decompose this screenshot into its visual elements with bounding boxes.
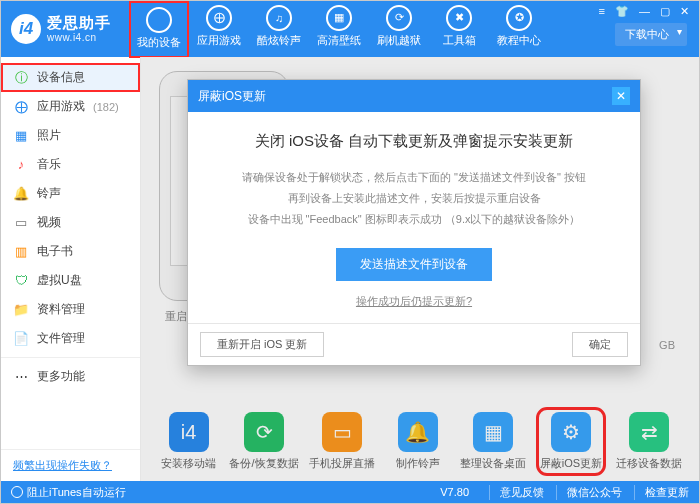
ok-button[interactable]: 确定 [572, 332, 628, 357]
dialog-desc-line3: 设备中出现 "Feedback" 图标即表示成功 （9.x以下的越狱设备除外） [216, 209, 612, 230]
nav-tab-wallpapers[interactable]: ▦高清壁纸 [309, 1, 369, 58]
nav-tab-app-games[interactable]: ⨁应用游戏 [189, 1, 249, 58]
sidebar-item-label: 音乐 [37, 156, 61, 173]
reopen-ios-update-button[interactable]: 重新开启 iOS 更新 [200, 332, 324, 357]
nav-tab-jailbreak[interactable]: ⟳刷机越狱 [369, 1, 429, 58]
sidebar-item-label: 资料管理 [37, 301, 85, 318]
app-window: i4 爱思助手 www.i4.cn 我的设备⨁应用游戏♫酷炫铃声▦高清壁纸⟳刷机… [0, 0, 700, 504]
sidebar-item-videos[interactable]: ▭视频 [1, 208, 140, 237]
download-center-button[interactable]: 下载中心 [615, 23, 687, 46]
sidebar-item-label: 铃声 [37, 185, 61, 202]
sidebar-faq-link[interactable]: 频繁出现操作失败？ [1, 449, 140, 481]
sidebar-item-photos[interactable]: ▦照片 [1, 121, 140, 150]
jailbreak-icon: ⟳ [386, 5, 412, 31]
nav-tab-tutorial[interactable]: ✪教程中心 [489, 1, 549, 58]
sidebar-item-label: 照片 [37, 127, 61, 144]
skin-icon[interactable]: 👕 [615, 5, 629, 18]
ebooks-icon: ▥ [13, 244, 29, 260]
status-check-update[interactable]: 检查更新 [634, 485, 689, 500]
sidebar-item-label: 更多功能 [37, 368, 85, 385]
send-profile-button[interactable]: 发送描述文件到设备 [336, 248, 492, 281]
status-itunes-block[interactable]: 阻止iTunes自动运行 [27, 486, 126, 498]
nav-tab-ringtones[interactable]: ♫酷炫铃声 [249, 1, 309, 58]
data-manage-icon: 📁 [13, 302, 29, 318]
dialog-desc-line1: 请确保设备处于解锁状态，然后点击下面的 "发送描述文件到设备" 按钮 [216, 167, 612, 188]
titlebar: i4 爱思助手 www.i4.cn 我的设备⨁应用游戏♫酷炫铃声▦高清壁纸⟳刷机… [1, 1, 699, 57]
sidebar-item-label: 设备信息 [37, 69, 85, 86]
nav-tabs: 我的设备⨁应用游戏♫酷炫铃声▦高清壁纸⟳刷机越狱✖工具箱✪教程中心 [129, 1, 549, 58]
status-bar: 阻止iTunes自动运行 V7.80 意见反馈 微信公众号 检查更新 [1, 481, 699, 503]
dialog-close-button[interactable]: ✕ [612, 87, 630, 105]
virtual-udisk-icon: 🛡 [13, 273, 29, 289]
brand-url: www.i4.cn [47, 32, 111, 43]
ringtones-icon: ♫ [266, 5, 292, 31]
sidebar: ⓘ设备信息⨁应用游戏 (182)▦照片♪音乐🔔铃声▭视频▥电子书🛡虚拟U盘📁资料… [1, 57, 141, 481]
sidebar-item-apps[interactable]: ⨁应用游戏 (182) [1, 92, 140, 121]
dialog-title-small: 屏蔽iOS更新 [198, 88, 266, 105]
videos-icon: ▭ [13, 215, 29, 231]
content-area: ⓘ设备信息⨁应用游戏 (182)▦照片♪音乐🔔铃声▭视频▥电子书🛡虚拟U盘📁资料… [1, 57, 699, 481]
menu-icon[interactable]: ≡ [599, 5, 605, 18]
sidebar-item-ebooks[interactable]: ▥电子书 [1, 237, 140, 266]
brand-title: 爱思助手 [47, 15, 111, 32]
nav-tab-label: 刷机越狱 [377, 33, 421, 48]
nav-tab-toolbox[interactable]: ✖工具箱 [429, 1, 489, 58]
sidebar-item-label: 应用游戏 [37, 98, 85, 115]
sidebar-item-label: 文件管理 [37, 330, 85, 347]
apps-icon: ⨁ [13, 99, 29, 115]
status-wechat[interactable]: 微信公众号 [556, 485, 622, 500]
dialog-help-link[interactable]: 操作成功后仍提示更新? [356, 295, 472, 307]
sidebar-item-ringtones[interactable]: 🔔铃声 [1, 179, 140, 208]
sidebar-item-more[interactable]: ⋯更多功能 [1, 362, 140, 391]
tutorial-icon: ✪ [506, 5, 532, 31]
window-controls: ≡ 👕 — ▢ ✕ [599, 5, 689, 18]
music-icon: ♪ [13, 157, 29, 173]
dialog-desc-line2: 再到设备上安装此描述文件，安装后按提示重启设备 [216, 188, 612, 209]
status-dot-icon [11, 486, 23, 498]
sidebar-item-count: (182) [93, 101, 119, 113]
brand: i4 爱思助手 www.i4.cn [11, 14, 111, 44]
sidebar-item-label: 虚拟U盘 [37, 272, 82, 289]
status-version: V7.80 [440, 486, 469, 498]
nav-tab-label: 酷炫铃声 [257, 33, 301, 48]
brand-logo-icon: i4 [11, 14, 41, 44]
toolbox-icon: ✖ [446, 5, 472, 31]
status-feedback[interactable]: 意见反馈 [489, 485, 544, 500]
nav-tab-label: 高清壁纸 [317, 33, 361, 48]
my-device-icon [146, 7, 172, 33]
maximize-button[interactable]: ▢ [660, 5, 670, 18]
sidebar-item-data-manage[interactable]: 📁资料管理 [1, 295, 140, 324]
close-button[interactable]: ✕ [680, 5, 689, 18]
sidebar-item-file-manage[interactable]: 📄文件管理 [1, 324, 140, 353]
file-manage-icon: 📄 [13, 331, 29, 347]
sidebar-item-label: 视频 [37, 214, 61, 231]
main-panel: GB 重启关机刷新 系统应用照片其它U盘其他 i4安装移动端⟳备份/恢复数据▭手… [141, 57, 699, 481]
minimize-button[interactable]: — [639, 5, 650, 18]
nav-tab-label: 应用游戏 [197, 33, 241, 48]
dialog-heading: 关闭 iOS设备 自动下载更新及弹窗提示安装更新 [216, 132, 612, 151]
device-info-icon: ⓘ [13, 70, 29, 86]
app-games-icon: ⨁ [206, 5, 232, 31]
nav-tab-label: 教程中心 [497, 33, 541, 48]
sidebar-item-music[interactable]: ♪音乐 [1, 150, 140, 179]
wallpapers-icon: ▦ [326, 5, 352, 31]
nav-tab-label: 工具箱 [443, 33, 476, 48]
block-ios-update-dialog: 屏蔽iOS更新 ✕ 关闭 iOS设备 自动下载更新及弹窗提示安装更新 请确保设备… [187, 79, 641, 366]
dialog-header: 屏蔽iOS更新 ✕ [188, 80, 640, 112]
photos-icon: ▦ [13, 128, 29, 144]
more-icon: ⋯ [13, 369, 29, 385]
sidebar-item-label: 电子书 [37, 243, 73, 260]
nav-tab-label: 我的设备 [137, 35, 181, 50]
ringtones-icon: 🔔 [13, 186, 29, 202]
sidebar-item-device-info[interactable]: ⓘ设备信息 [1, 63, 140, 92]
sidebar-item-virtual-udisk[interactable]: 🛡虚拟U盘 [1, 266, 140, 295]
nav-tab-my-device[interactable]: 我的设备 [129, 1, 189, 58]
